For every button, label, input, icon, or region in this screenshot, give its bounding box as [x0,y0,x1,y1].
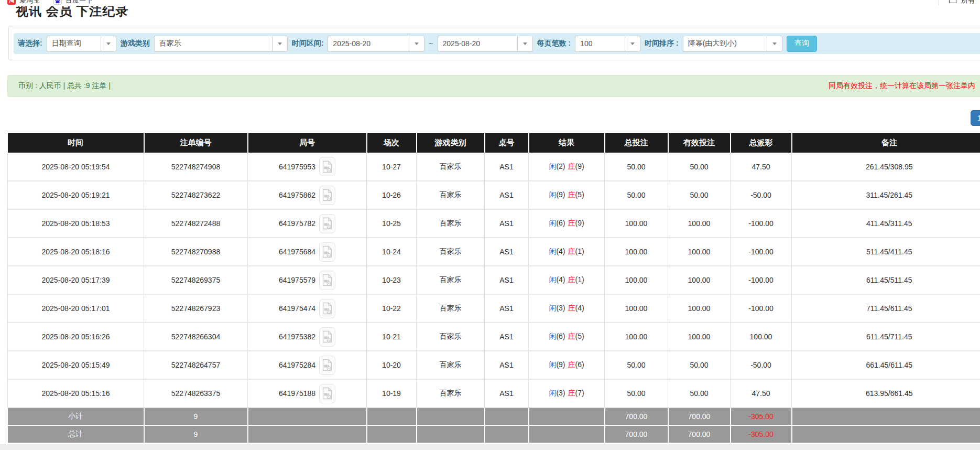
video-replay-button[interactable] [319,327,335,347]
video-replay-button[interactable] [319,157,335,176]
page: 淘 爱淘宝 百度一下 所有 视讯 会员 下注纪录 [0,0,980,450]
valid-bet-value: 100.00 [668,238,731,266]
result-banker-score: (7) [575,389,584,397]
table-number: AS1 [485,209,529,238]
result-player-score: (4) [556,247,565,255]
column-header: 注单编号 [144,133,248,153]
video-replay-button[interactable] [319,186,335,205]
video-file-icon [322,217,332,230]
round-number: 641975188 [279,389,315,398]
payout-value: -50.00 [731,181,792,209]
valid-bet-value: 100.00 [668,209,731,238]
remark-value: 411.45/311.45 [792,209,980,238]
grand-total-row: 总计 9 700.00 700.00 -305.00 [8,425,980,443]
round-number: 641975474 [279,304,315,313]
column-header: 备注 [792,133,980,153]
video-file-icon [322,189,332,201]
round-number: 641975284 [279,361,315,369]
result-player-score: (9) [556,360,565,369]
date-to-picker[interactable]: 2025-08-20 [438,36,533,52]
video-replay-button[interactable] [319,356,335,375]
total-bet-link[interactable]: 50.00 [605,379,668,408]
page-size-select[interactable]: 100 [575,36,640,52]
result-banker-label: 庄 [568,304,575,312]
total-bet-link[interactable]: 50.00 [605,351,668,379]
query-type-value: 日期查询 [47,36,101,52]
video-file-icon [322,359,332,371]
result-player-label: 闲 [549,219,556,227]
payout-value: -100.00 [731,209,792,238]
video-replay-button[interactable] [319,214,335,233]
remark-value: 611.45/711.45 [792,323,980,351]
dropdown-arrow-button[interactable] [272,36,288,52]
bookmark-baidu[interactable]: 百度一下 [53,0,93,5]
result-player-score: (6) [556,219,565,227]
video-replay-button[interactable] [319,299,335,318]
result-player-label: 闲 [549,360,556,369]
time-sort-select[interactable]: 降幂(由大到小) [683,36,782,52]
date-range-separator: ~ [429,39,433,48]
table-number: AS1 [485,153,529,181]
filter-bar: 请选择: 日期查询 游戏类别 百家乐 时间区间: 2025-08-20 ~ 20… [14,33,980,54]
round-number: 641975684 [279,248,315,256]
total-bet-link[interactable]: 100.00 [605,294,668,323]
game-type-select[interactable]: 百家乐 [154,36,288,52]
browser-bookmarks-bar: 淘 爱淘宝 百度一下 所有 [0,0,980,7]
date-to-value: 2025-08-20 [438,36,517,52]
session-number: 10-26 [367,181,417,209]
subtotal-valid-bet: 700.00 [668,408,731,425]
result-banker-label: 庄 [568,360,575,369]
dropdown-arrow-button[interactable] [767,36,782,52]
table-row: 2025-08-20 05:17:01 522748267923 6419754… [8,294,980,323]
chevron-down-icon [278,42,282,45]
payout-value: -50.00 [731,351,792,379]
valid-bet-value: 50.00 [668,379,731,408]
game-type: 百家乐 [417,238,485,266]
dropdown-arrow-button[interactable] [101,36,116,52]
result-banker-score: (6) [575,360,584,369]
chevron-down-icon [415,42,419,45]
chevron-down-icon [630,42,635,45]
all-bookmarks-folder[interactable]: 所有 [939,0,975,6]
result-banker-label: 庄 [568,389,575,397]
video-replay-button[interactable] [319,384,335,403]
bookmark-aitaobao[interactable]: 淘 爱淘宝 [7,0,40,5]
remark-value: 611.45/511.45 [792,266,980,294]
bookmark-label: 爱淘宝 [19,0,40,5]
date-from-picker[interactable]: 2025-08-20 [328,36,424,52]
total-bet-link[interactable]: 100.00 [605,209,668,238]
chevron-down-icon [106,42,111,45]
total-bet-link[interactable]: 50.00 [605,153,668,181]
column-header: 游戏类别 [417,133,485,153]
table-number: AS1 [485,379,529,408]
total-bet-link[interactable]: 100.00 [605,266,668,294]
result-player-label: 闲 [549,162,556,170]
total-bet-link[interactable]: 50.00 [605,181,668,209]
dropdown-arrow-button[interactable] [409,36,424,52]
result-banker-score: (5) [575,332,584,340]
session-number: 10-22 [367,294,417,323]
dropdown-arrow-button[interactable] [625,36,640,52]
filter-panel: 请选择: 日期查询 游戏类别 百家乐 时间区间: 2025-08-20 ~ 20… [8,26,980,60]
pagination-page-1[interactable]: 1 [971,110,980,126]
total-label: 总计 [8,425,144,443]
table-row: 2025-08-20 05:15:49 522748264757 6419752… [8,351,980,379]
video-replay-button[interactable] [319,242,335,262]
column-header: 局号 [248,133,367,153]
remark-value: 613.95/661.45 [792,379,980,408]
total-bet-link[interactable]: 100.00 [605,238,668,266]
column-header: 结果 [529,133,605,153]
column-header: 有效投注 [668,133,731,153]
table-row: 2025-08-20 05:18:53 522748272488 6419757… [8,209,980,238]
total-bet-link[interactable]: 100.00 [605,323,668,351]
dropdown-arrow-button[interactable] [517,36,533,52]
result-player-score: (2) [556,162,565,170]
column-header: 总派彩 [731,133,792,153]
video-replay-button[interactable] [319,271,335,290]
result-player-label: 闲 [549,304,556,312]
query-type-select[interactable]: 日期查询 [47,36,116,52]
query-button[interactable]: 查询 [787,36,817,52]
valid-bet-notice: 同局有效投注，统一计算在该局第一张注单内 [829,76,975,97]
bet-time: 2025-08-20 05:19:54 [8,153,144,181]
remark-value: 711.45/611.45 [792,294,980,323]
